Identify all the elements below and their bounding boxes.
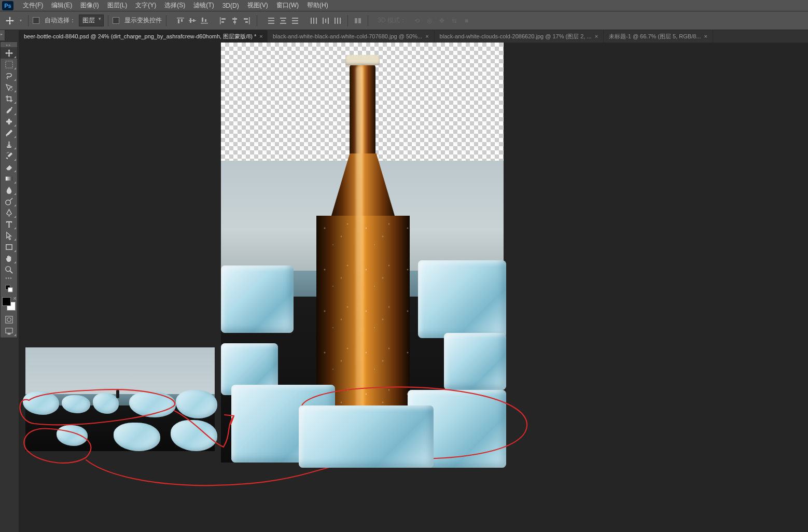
lasso-tool[interactable] bbox=[1, 70, 17, 81]
svg-rect-0 bbox=[177, 18, 184, 19]
threed-pan-icon[interactable]: ✥ bbox=[437, 16, 447, 25]
menu-layer[interactable]: 图层(L) bbox=[103, 1, 132, 10]
menu-help[interactable]: 帮助(H) bbox=[303, 1, 332, 10]
threed-roll-icon[interactable]: ◎ bbox=[425, 16, 434, 25]
panel-grip[interactable]: ▸▸ bbox=[1, 43, 17, 47]
auto-select-type[interactable]: 图层 bbox=[79, 15, 104, 26]
tab-label: 未标题-1 @ 66.7% (图层 5, RGB/8... bbox=[609, 33, 701, 40]
close-icon[interactable]: × bbox=[595, 33, 598, 39]
collapsed-panel-strip[interactable] bbox=[0, 30, 5, 40]
svg-rect-11 bbox=[221, 21, 224, 23]
svg-rect-9 bbox=[220, 17, 221, 24]
distribute-left-icon[interactable] bbox=[308, 15, 319, 26]
eyedropper-tool[interactable] bbox=[1, 104, 17, 116]
align-bottom-icon[interactable] bbox=[199, 15, 210, 26]
healing-brush-tool[interactable] bbox=[1, 116, 17, 127]
menu-view[interactable]: 视图(V) bbox=[243, 1, 272, 10]
person-silhouette bbox=[116, 390, 119, 398]
svg-rect-7 bbox=[202, 18, 203, 22]
ice-block bbox=[221, 265, 294, 333]
align-hcenter-icon[interactable] bbox=[229, 15, 241, 26]
distribute-hcenter-icon[interactable] bbox=[320, 15, 331, 26]
svg-rect-29 bbox=[316, 18, 317, 24]
tool-preset-dropdown[interactable]: ▾ bbox=[18, 18, 24, 23]
ice-block bbox=[418, 260, 506, 338]
close-icon[interactable]: × bbox=[259, 33, 262, 39]
svg-rect-19 bbox=[268, 20, 274, 21]
align-left-icon[interactable] bbox=[217, 15, 229, 26]
svg-point-39 bbox=[9, 88, 12, 91]
distribute-vcenter-icon[interactable] bbox=[277, 15, 289, 26]
history-brush-tool[interactable] bbox=[1, 150, 17, 161]
svg-rect-17 bbox=[245, 21, 248, 23]
document-tab[interactable]: beer-bottle-cold-8840.psd @ 24% (dirt_ch… bbox=[19, 30, 268, 43]
svg-rect-22 bbox=[281, 20, 285, 21]
align-vcenter-icon[interactable] bbox=[187, 15, 198, 26]
svg-rect-44 bbox=[6, 244, 11, 249]
distribute-top-icon[interactable] bbox=[266, 15, 277, 26]
crop-tool[interactable] bbox=[1, 93, 17, 104]
close-icon[interactable]: × bbox=[704, 33, 707, 39]
distribute-bottom-icon[interactable] bbox=[289, 15, 301, 26]
app-logo: Ps bbox=[2, 1, 13, 10]
gradient-tool[interactable] bbox=[1, 173, 17, 184]
distribute-horizontal-group bbox=[308, 15, 343, 26]
foreground-background-default-icon[interactable] bbox=[1, 283, 17, 294]
blur-tool[interactable] bbox=[1, 184, 17, 195]
auto-align-icon[interactable] bbox=[352, 15, 364, 26]
canvas-area[interactable]: 飞特网 FEVTE.COM bbox=[19, 43, 808, 532]
edit-toolbar[interactable]: ••• bbox=[1, 275, 17, 282]
svg-rect-34 bbox=[337, 18, 338, 24]
brush-tool[interactable] bbox=[1, 127, 17, 138]
menu-file[interactable]: 文件(F) bbox=[19, 1, 47, 10]
rectangle-tool[interactable] bbox=[1, 241, 17, 253]
tab-label: black-and-white-clouds-cold-2086620.jpg … bbox=[440, 33, 592, 40]
move-tool[interactable] bbox=[1, 47, 17, 59]
reference-thumbnail bbox=[25, 347, 215, 451]
eraser-tool[interactable] bbox=[1, 161, 17, 173]
hand-tool[interactable] bbox=[1, 253, 17, 264]
zoom-tool[interactable] bbox=[1, 264, 17, 275]
align-vertical-group bbox=[175, 15, 210, 26]
close-icon[interactable]: × bbox=[425, 33, 428, 39]
menu-window[interactable]: 窗口(W) bbox=[272, 1, 303, 10]
path-select-tool[interactable] bbox=[1, 230, 17, 241]
align-right-icon[interactable] bbox=[241, 15, 253, 26]
document-tab[interactable]: 未标题-1 @ 66.7% (图层 5, RGB/8... × bbox=[604, 30, 713, 43]
screen-mode-icon[interactable] bbox=[1, 325, 17, 337]
menu-edit[interactable]: 编辑(E) bbox=[47, 1, 76, 10]
svg-rect-33 bbox=[335, 18, 336, 24]
beer-bottle bbox=[309, 45, 417, 444]
swap-colors-icon[interactable]: ⤭ bbox=[13, 296, 17, 301]
svg-rect-24 bbox=[292, 18, 298, 19]
menu-image[interactable]: 图像(I) bbox=[76, 1, 103, 10]
distribute-right-icon[interactable] bbox=[332, 15, 343, 26]
quick-select-tool[interactable] bbox=[1, 81, 17, 93]
clone-stamp-tool[interactable] bbox=[1, 138, 17, 150]
auto-select-checkbox[interactable] bbox=[33, 17, 39, 24]
menu-select[interactable]: 选择(S) bbox=[160, 1, 189, 10]
type-tool[interactable] bbox=[1, 218, 17, 230]
align-top-icon[interactable] bbox=[175, 15, 186, 26]
svg-rect-2 bbox=[181, 19, 183, 22]
threed-slide-icon[interactable]: ⇆ bbox=[450, 16, 459, 25]
marquee-tool[interactable] bbox=[1, 59, 17, 70]
menu-filter[interactable]: 滤镜(T) bbox=[189, 1, 218, 10]
auto-select-label: 自动选择： bbox=[45, 16, 76, 25]
menu-3d[interactable]: 3D(D) bbox=[218, 2, 243, 9]
dodge-tool[interactable] bbox=[1, 195, 17, 207]
show-transform-checkbox[interactable] bbox=[113, 17, 119, 24]
svg-rect-23 bbox=[280, 23, 286, 24]
svg-rect-38 bbox=[5, 61, 12, 67]
threed-zoom-icon[interactable]: ■ bbox=[462, 16, 471, 25]
document-tab[interactable]: black-and-white-black-and-white-cold-707… bbox=[268, 30, 435, 43]
menu-type[interactable]: 文字(Y) bbox=[131, 1, 160, 10]
quick-mask-icon[interactable] bbox=[1, 314, 17, 325]
document-tab[interactable]: black-and-white-clouds-cold-2086620.jpg … bbox=[435, 30, 604, 43]
svg-rect-37 bbox=[358, 18, 361, 23]
menubar: Ps 文件(F) 编辑(E) 图像(I) 图层(L) 文字(Y) 选择(S) 滤… bbox=[0, 0, 808, 11]
svg-point-43 bbox=[5, 200, 10, 204]
threed-orbit-icon[interactable]: ⟲ bbox=[412, 16, 422, 25]
pen-tool[interactable] bbox=[1, 207, 17, 218]
foreground-color[interactable] bbox=[2, 297, 11, 306]
